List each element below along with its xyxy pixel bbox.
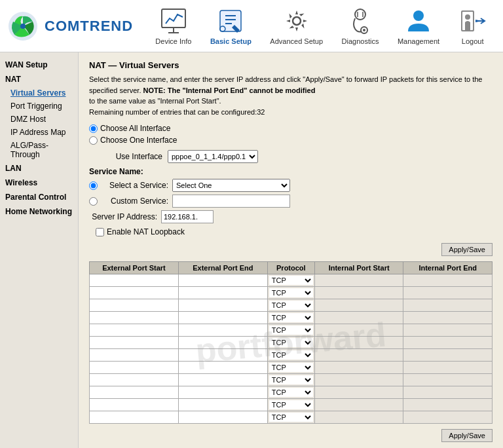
- apply-save-bottom-button[interactable]: Apply/Save: [441, 429, 493, 442]
- logout-icon: [458, 7, 487, 35]
- external-port-end-input[interactable]: [180, 338, 266, 347]
- external-port-end-input[interactable]: [180, 350, 266, 360]
- protocol-select[interactable]: TCPUDPTCP/UDP: [269, 350, 313, 360]
- protocol-select[interactable]: TCPUDPTCP/UDP: [269, 388, 313, 397]
- protocol-select[interactable]: TCPUDPTCP/UDP: [269, 363, 313, 372]
- apply-save-bottom-row: Apply/Save: [89, 429, 493, 442]
- service-dropdown[interactable]: Select One: [172, 179, 290, 192]
- internal-port-start-input[interactable]: [316, 388, 402, 397]
- sidebar-item-parental-control[interactable]: Parental Control: [0, 190, 78, 204]
- internal-port-end-input[interactable]: [405, 276, 491, 285]
- sidebar-item-port-triggering[interactable]: Port Triggering: [0, 100, 78, 113]
- apply-save-top-button[interactable]: Apply/Save: [441, 243, 493, 256]
- external-port-start-input[interactable]: [91, 363, 177, 372]
- internal-port-end-input[interactable]: [405, 400, 491, 409]
- nat-loopback-checkbox[interactable]: [96, 228, 104, 236]
- external-port-end-input[interactable]: [180, 276, 266, 285]
- external-port-end-input[interactable]: [180, 400, 266, 409]
- sidebar-item-wan-setup[interactable]: WAN Setup: [0, 58, 78, 72]
- col-internal-port-start: Internal Port Start: [314, 262, 403, 274]
- sidebar-item-dmz-host[interactable]: DMZ Host: [0, 113, 78, 126]
- protocol-select[interactable]: TCPUDPTCP/UDP: [269, 338, 313, 347]
- external-port-start-input[interactable]: [91, 338, 177, 347]
- nav-diagnostics[interactable]: Diagnostics: [335, 3, 386, 48]
- table-row: TCPUDPTCP/UDP: [90, 299, 493, 312]
- protocol-select[interactable]: TCPUDPTCP/UDP: [269, 288, 313, 297]
- internal-port-end-input[interactable]: [405, 326, 491, 335]
- external-port-start-input[interactable]: [91, 375, 177, 384]
- protocol-select[interactable]: TCPUDPTCP/UDP: [269, 301, 313, 310]
- external-port-end-input[interactable]: [180, 388, 266, 397]
- sidebar-item-nat[interactable]: NAT: [0, 72, 78, 86]
- internal-port-start-input[interactable]: [316, 350, 402, 360]
- internal-port-start-input[interactable]: [316, 313, 402, 322]
- protocol-select[interactable]: TCPUDPTCP/UDP: [269, 400, 313, 409]
- nat-loopback-label: Enable NAT Loopback: [107, 227, 185, 236]
- sidebar: WAN Setup NAT Virtual Servers Port Trigg…: [0, 52, 79, 448]
- svg-rect-6: [220, 10, 241, 31]
- external-port-end-input[interactable]: [180, 326, 266, 335]
- external-port-end-input[interactable]: [180, 313, 266, 322]
- external-port-end-input[interactable]: [180, 288, 266, 297]
- sidebar-item-home-networking[interactable]: Home Networking: [0, 204, 78, 219]
- internal-port-end-input[interactable]: [405, 388, 491, 397]
- sidebar-item-virtual-servers[interactable]: Virtual Servers: [0, 86, 78, 100]
- external-port-start-input[interactable]: [91, 301, 177, 310]
- external-port-start-input[interactable]: [91, 288, 177, 297]
- internal-port-start-input[interactable]: [316, 413, 402, 422]
- sidebar-item-wireless[interactable]: Wireless: [0, 176, 78, 190]
- internal-port-end-input[interactable]: [405, 313, 491, 322]
- table-container: portforward External Port Start External…: [89, 261, 493, 424]
- protocol-select[interactable]: TCPUDPTCP/UDP: [269, 276, 313, 285]
- internal-port-start-input[interactable]: [316, 326, 402, 335]
- protocol-select[interactable]: TCPUDPTCP/UDP: [269, 313, 313, 322]
- radio-choose-all[interactable]: [89, 124, 98, 133]
- internal-port-end-input[interactable]: [405, 301, 491, 310]
- internal-port-end-input[interactable]: [405, 363, 491, 372]
- external-port-start-input[interactable]: [91, 350, 177, 360]
- external-port-start-input[interactable]: [91, 276, 177, 285]
- protocol-select[interactable]: TCPUDPTCP/UDP: [269, 375, 313, 384]
- col-external-port-end: External Port End: [178, 262, 267, 274]
- internal-port-end-input[interactable]: [405, 350, 491, 360]
- internal-port-start-input[interactable]: [316, 375, 402, 384]
- protocol-select[interactable]: TCPUDPTCP/UDP: [269, 326, 313, 335]
- internal-port-start-input[interactable]: [316, 301, 402, 310]
- external-port-end-input[interactable]: [180, 413, 266, 422]
- custom-service-input[interactable]: [172, 195, 290, 208]
- external-port-end-input[interactable]: [180, 375, 266, 384]
- nav-basic-setup[interactable]: Basic Setup: [204, 3, 258, 48]
- radio-custom-service[interactable]: [89, 197, 98, 206]
- sidebar-item-ip-address-map[interactable]: IP Address Map: [0, 126, 78, 139]
- internal-port-start-input[interactable]: [316, 363, 402, 372]
- nav-logout[interactable]: Logout: [452, 3, 494, 48]
- nav-device-info[interactable]: Device Info: [149, 3, 198, 48]
- sidebar-item-lan[interactable]: LAN: [0, 161, 78, 176]
- external-port-end-input[interactable]: [180, 363, 266, 372]
- radio-choose-one[interactable]: [89, 136, 98, 145]
- internal-port-end-input[interactable]: [405, 375, 491, 384]
- internal-port-start-input[interactable]: [316, 288, 402, 297]
- internal-port-end-input[interactable]: [405, 288, 491, 297]
- external-port-start-input[interactable]: [91, 388, 177, 397]
- nav-diagnostics-label: Diagnostics: [342, 37, 379, 45]
- apply-save-top-row: Apply/Save: [89, 243, 493, 256]
- external-port-start-input[interactable]: [91, 313, 177, 322]
- radio-select-service[interactable]: [89, 181, 98, 190]
- internal-port-start-input[interactable]: [316, 338, 402, 347]
- external-port-end-input[interactable]: [180, 301, 266, 310]
- protocol-select[interactable]: TCPUDPTCP/UDP: [269, 413, 313, 422]
- nav-advanced-setup[interactable]: Advanced Setup: [263, 3, 329, 48]
- external-port-start-input[interactable]: [91, 413, 177, 422]
- interface-select[interactable]: pppoe_0_1_1.4/ppp0.1: [168, 150, 258, 163]
- external-port-start-input[interactable]: [91, 400, 177, 409]
- internal-port-end-input[interactable]: [405, 338, 491, 347]
- external-port-start-input[interactable]: [91, 326, 177, 335]
- internal-port-end-input[interactable]: [405, 413, 491, 422]
- server-ip-input[interactable]: [161, 210, 214, 223]
- internal-port-start-input[interactable]: [316, 276, 402, 285]
- sidebar-item-alg-pass-through[interactable]: ALG/Pass-Through: [0, 139, 78, 161]
- nav-management[interactable]: Management: [391, 3, 446, 48]
- internal-port-start-input[interactable]: [316, 400, 402, 409]
- svg-rect-2: [162, 9, 185, 28]
